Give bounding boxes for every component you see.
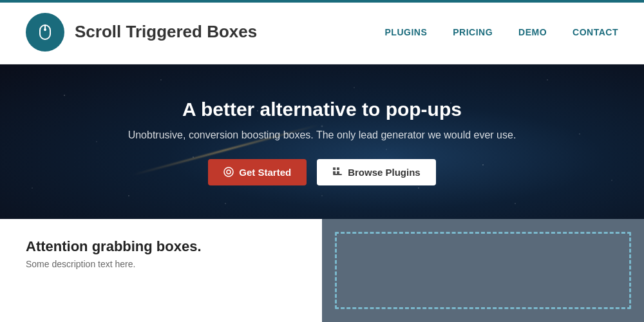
below-left-content: Attention grabbing boxes. Some descripti… [0,219,322,322]
svg-rect-8 [337,171,339,174]
logo-icon [26,13,64,52]
logo-area: Scroll Triggered Boxes [26,13,257,52]
plugin-preview-panel [322,219,644,322]
below-title: Attention grabbing boxes. [26,238,296,255]
get-started-icon [223,167,234,177]
get-started-button[interactable]: Get Started [208,159,307,185]
hero-subtitle: Unobtrusive, conversion boosting boxes. … [128,129,516,141]
hero-buttons: Get Started Browse Plugins [128,159,516,185]
svg-point-2 [44,28,46,31]
dashed-preview-box [335,232,631,309]
hero-title: A better alternative to pop-ups [128,99,516,120]
below-hero-section: Attention grabbing boxes. Some descripti… [0,219,644,322]
svg-point-3 [224,167,233,176]
hero-content: A better alternative to pop-ups Unobtrus… [128,99,516,185]
site-header: Scroll Triggered Boxes PLUGINS PRICING D… [0,0,644,64]
teal-accent-bar [0,0,644,3]
site-title: Scroll Triggered Boxes [75,22,257,42]
svg-point-4 [227,170,231,174]
svg-rect-5 [333,167,336,170]
svg-rect-7 [333,171,336,174]
svg-rect-6 [337,167,339,170]
nav-demo[interactable]: DEMO [518,27,547,37]
browse-plugins-button[interactable]: Browse Plugins [317,159,436,185]
svg-rect-9 [333,174,342,175]
main-nav: PLUGINS PRICING DEMO CONTACT [385,27,618,37]
below-subtitle: Some description text here. [26,259,296,269]
nav-plugins[interactable]: PLUGINS [385,27,428,37]
hero-section: A better alternative to pop-ups Unobtrus… [0,64,644,219]
nav-pricing[interactable]: PRICING [453,27,493,37]
nav-contact[interactable]: CONTACT [573,27,618,37]
browse-icon [332,167,343,177]
